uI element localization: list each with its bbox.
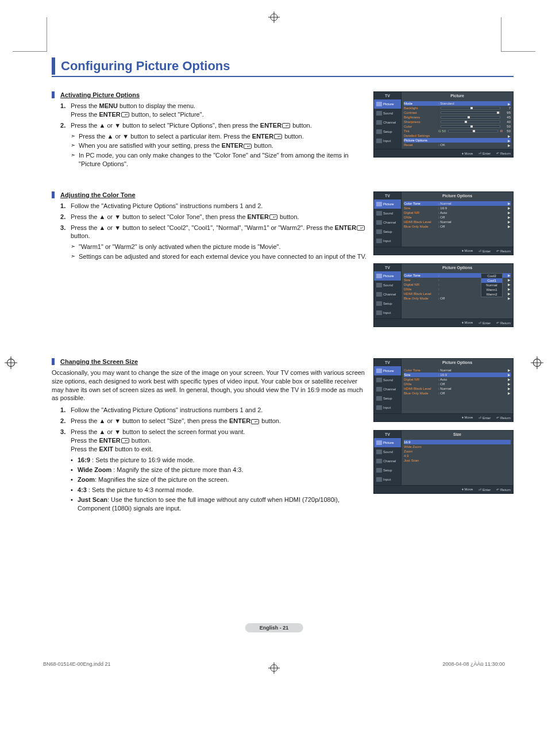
kw: Zoom: [78, 476, 95, 483]
nav-icon: [376, 405, 382, 410]
osd-row: Blue Only Mode: Off▶: [404, 391, 511, 396]
nav-icon: [376, 459, 382, 463]
popup-option: Normal: [481, 283, 502, 287]
osd-nav-item: Input: [374, 136, 401, 145]
nav-icon: [376, 139, 382, 143]
text: Press the ▲ or ▼ button to select "Cool2…: [71, 224, 335, 231]
osd-row: Sharpness40: [404, 120, 511, 124]
nav-icon: [376, 369, 382, 373]
osd-row: Reset: OK▶: [404, 143, 511, 147]
osd-tv-label: TV: [374, 359, 402, 366]
osd-tv-label: TV: [374, 431, 402, 438]
osd-nav-item: Channel: [374, 118, 401, 127]
osd-tv-label: TV: [374, 264, 402, 271]
osd-nav-item: Sound: [374, 375, 401, 385]
text: button.: [260, 417, 281, 424]
osd-nav-item: Setup: [374, 127, 401, 136]
text: Follow the "Activating Picture Options" …: [71, 406, 263, 413]
osd-title: Size: [402, 431, 513, 438]
text: Press the ▲ or ▼ button to select the sc…: [71, 428, 245, 435]
list-item: Just Scan: Use the function to see the f…: [71, 496, 368, 513]
text: button.: [278, 213, 299, 220]
kw: 16:9: [78, 456, 90, 463]
list-item: 16:9 : Sets the picture to 16:9 wide mod…: [71, 456, 368, 465]
text: : Sets the picture to 4:3 normal mode.: [87, 486, 194, 493]
subhead-activating: Activating Picture Options: [52, 91, 368, 98]
osd-title: Picture: [402, 92, 513, 99]
text: button.: [252, 142, 273, 149]
osd-row: Brightness45: [404, 115, 511, 120]
section-activating: Activating Picture Options 1 Press the M…: [52, 91, 514, 168]
nav-icon: [376, 292, 382, 297]
step: 2Press the ▲ or ▼ button to select "Colo…: [60, 213, 368, 221]
step: 1Follow the "Activating Picture Options"…: [60, 406, 368, 415]
osd-row: HDMI Black Level: Normal▶: [404, 220, 511, 224]
enter-icon: [251, 419, 259, 424]
text: button.: [71, 232, 90, 239]
text: button.: [291, 122, 312, 129]
nav-icon: [376, 120, 382, 125]
osd-title: Picture Options: [402, 192, 513, 199]
osd-nav-item: Picture: [374, 199, 401, 209]
osd-nav-item: Channel: [374, 290, 401, 299]
step: 3Press the ▲ or ▼ button to select the s…: [60, 428, 368, 454]
kw-enter: ENTER: [252, 133, 273, 140]
enter-icon: [269, 214, 277, 220]
popup-option: Cool1: [481, 278, 502, 283]
osd-nav-item: Picture: [374, 271, 401, 281]
osd-tv-label: TV: [374, 192, 402, 199]
text: : Magnifies the size of the picture on t…: [95, 476, 229, 483]
enter-icon: [121, 438, 129, 443]
osd-footer: ♦ Move⏎ Enter↶ Return: [374, 247, 513, 255]
osd-nav-item: Channel: [374, 456, 401, 466]
osd-row: Contrast95: [404, 110, 511, 115]
nav-icon: [376, 283, 382, 287]
page-label: English - 21: [245, 623, 303, 632]
nav-icon: [376, 440, 382, 445]
text: : Use the function to see the full image…: [78, 496, 339, 512]
note: "Warm1" or "Warm2" is only activated whe…: [71, 243, 368, 251]
osd-row: 16:9: [404, 440, 511, 444]
subhead-colortone: Adjusting the Color Tone: [52, 191, 368, 198]
nav-icon: [376, 220, 382, 225]
osd-size-menu: TVSizePictureSoundChannelSetupInput16:9W…: [373, 430, 514, 494]
text: Press the ▲ or ▼ button to select "Pictu…: [71, 122, 260, 129]
note: Press the ▲ or ▼ button to select a part…: [71, 132, 368, 141]
nav-icon: [376, 202, 382, 206]
text: : Sets the picture to 16:9 wide mode.: [90, 456, 195, 463]
osd-footer: ♦ Move⏎ Enter↶ Return: [374, 413, 513, 421]
title-rule: [52, 76, 514, 77]
nav-icon: [376, 450, 382, 454]
osd-nav-item: Input: [374, 403, 401, 412]
osd-nav-item: Channel: [374, 218, 401, 227]
nav-icon: [376, 274, 382, 278]
osd-footer: ♦ Move⏎ Enter↶ Return: [374, 149, 513, 157]
osd-row: HDMI Black Level: Normal▶: [404, 386, 511, 391]
osd-nav-item: Picture: [374, 438, 401, 447]
osd-tv-label: TV: [374, 92, 402, 99]
osd-row: Just Scan: [404, 458, 511, 463]
enter-icon: [282, 123, 290, 128]
nav-icon: [376, 129, 382, 134]
osd-picture-options: TVPicture OptionsPictureSoundChannelSetu…: [373, 191, 514, 255]
osd-row: TintG 50R50: [404, 129, 511, 133]
section-screensize: Changing the Screen Size Occasionally, y…: [52, 358, 514, 515]
osd-row: Color50: [404, 124, 511, 129]
osd-nav-item: Sound: [374, 447, 401, 456]
size-options-list: 16:9 : Sets the picture to 16:9 wide mod…: [52, 456, 368, 513]
enter-icon: [121, 112, 129, 117]
osd-nav-item: Setup: [374, 227, 401, 236]
nav-icon: [376, 239, 382, 243]
text: button.: [283, 133, 304, 140]
osd-nav: PictureSoundChannelSetupInput: [374, 271, 402, 318]
note: When you are satisfied with your setting…: [71, 141, 368, 150]
popup-option: Cool2: [481, 274, 502, 278]
enter-icon: [357, 225, 365, 231]
osd-main: Color Tone: Normal▶Size: 16:9▶Digital NR…: [402, 199, 513, 247]
osd-nav-item: Setup: [374, 299, 401, 308]
list-item: Zoom: Magnifies the size of the picture …: [71, 475, 368, 484]
nav-icon: [376, 111, 382, 116]
osd-row: Color Tone: Normal▶: [404, 201, 511, 206]
nav-icon: [376, 387, 382, 392]
enter-icon: [244, 144, 252, 149]
